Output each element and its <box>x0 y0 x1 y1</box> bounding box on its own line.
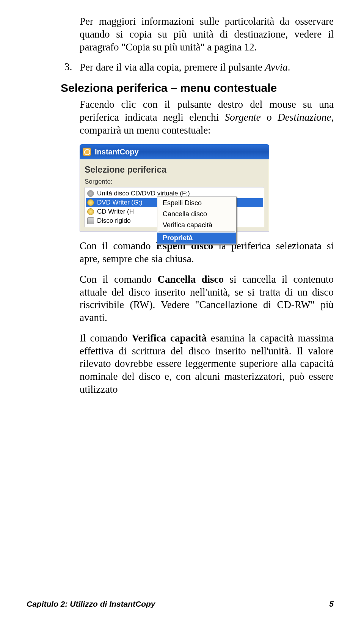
drive-virtual-icon <box>87 190 94 197</box>
p4-cancella-disco: Cancella disco <box>158 274 224 285</box>
ctx-properties[interactable]: Proprietà <box>157 233 236 244</box>
p2-destinazione: Destinazione <box>278 112 331 123</box>
window-body: Selezione periferica Sorgente: Unità dis… <box>80 159 269 231</box>
step3-avvia: Avvia <box>265 61 288 73</box>
window-title: InstantCopy <box>95 148 139 156</box>
paragraph-intro: Per maggiori informazioni sulle particol… <box>80 15 334 53</box>
page-footer: Capitulo 2: Utilizzo di InstantCopy 5 <box>27 599 334 609</box>
step-3: 3. Per dare il via alla copia, premere i… <box>64 61 334 74</box>
step3-text-a: Per dare il via alla copia, premere il p… <box>80 61 265 73</box>
app-icon <box>83 148 91 156</box>
p4-a: Con il comando <box>80 274 158 285</box>
p5-a: Il comando <box>80 332 132 344</box>
groupbox-title: Selezione periferica <box>85 165 264 175</box>
footer-page-number: 5 <box>329 599 334 609</box>
source-label: Sorgente: <box>85 178 264 186</box>
drive-cd-icon <box>87 208 94 215</box>
list-item-label: Unità disco CD/DVD virtuale (F:) <box>97 190 190 197</box>
step-number: 3. <box>64 61 80 74</box>
window-titlebar[interactable]: InstantCopy <box>80 144 269 159</box>
paragraph-verifica: Il comando Verifica capacità esamina la … <box>80 332 334 396</box>
p2-sorgente: Sorgente <box>225 112 261 123</box>
p3-a: Con il comando <box>80 240 156 252</box>
p5-verifica-capacita: Verifica capacità <box>132 332 207 344</box>
drive-dvd-icon <box>87 199 94 206</box>
step-text: Per dare il via alla copia, premere il p… <box>80 61 334 74</box>
ctx-verify-capacity[interactable]: Verifica capacità <box>157 220 236 231</box>
source-listbox[interactable]: Unità disco CD/DVD virtuale (F:) DVD Wri… <box>85 187 264 227</box>
heading-seleziona-periferica: Seleziona periferica – menu contestuale <box>61 82 334 94</box>
list-item-label: Disco rigido <box>97 217 131 225</box>
screenshot-context-menu: InstantCopy Selezione periferica Sorgent… <box>80 144 269 231</box>
paragraph-cancella: Con il comando Cancella disco si cancell… <box>80 273 334 324</box>
paragraph-context-menu-intro: Facendo clic con il pulsante destro del … <box>80 98 334 137</box>
p2-c: o <box>261 112 278 123</box>
drive-hdd-icon <box>87 217 94 224</box>
ctx-separator <box>158 231 235 232</box>
ctx-erase-disc[interactable]: Cancella disco <box>157 209 236 220</box>
step3-text-c: . <box>288 61 290 73</box>
ctx-eject-disc[interactable]: Espelli Disco <box>157 198 236 209</box>
context-menu: Espelli Disco Cancella disco Verifica ca… <box>157 197 237 245</box>
list-item-label: CD Writer (H <box>97 208 134 216</box>
footer-chapter: Capitulo 2: Utilizzo di InstantCopy <box>27 599 155 609</box>
list-item-label: DVD Writer (G:) <box>97 199 143 206</box>
